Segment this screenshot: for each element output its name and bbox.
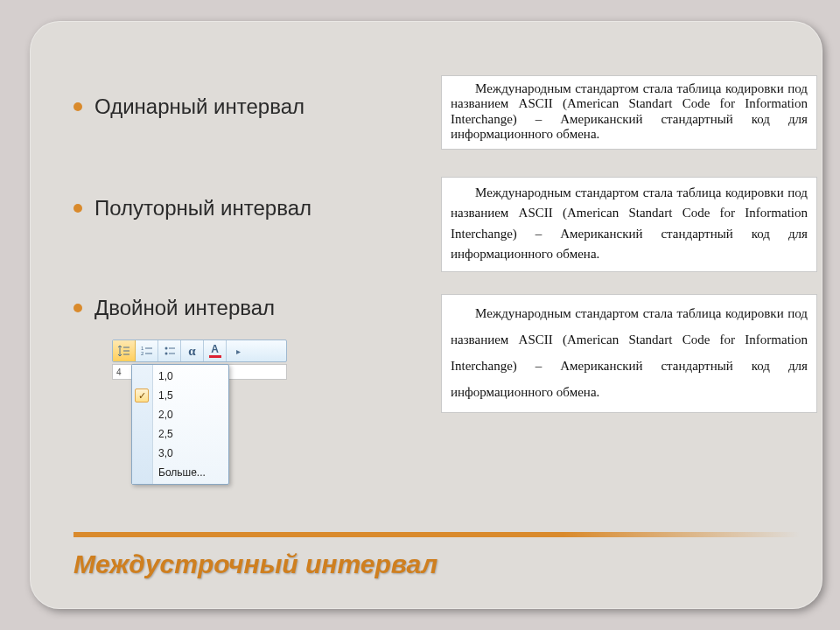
bulleted-list-icon bbox=[164, 345, 176, 357]
ruler-mark: 4 bbox=[116, 368, 122, 377]
sample-text: Международным стандартом стала таблица к… bbox=[451, 81, 808, 142]
check-icon: ✓ bbox=[135, 388, 149, 402]
svg-text:2: 2 bbox=[141, 351, 144, 356]
bulleted-list-button[interactable] bbox=[158, 340, 181, 361]
font-color-icon: A bbox=[211, 344, 219, 354]
bullet-double-spacing: Двойной интервал bbox=[74, 296, 275, 320]
bullet-dot-icon bbox=[74, 102, 82, 111]
bullet-dot-icon bbox=[74, 204, 82, 213]
slide: Одинарный интервал Полуторный интервал Д… bbox=[0, 0, 840, 630]
bullet-dot-icon bbox=[74, 304, 82, 312]
sample-text-single: Международным стандартом стала таблица к… bbox=[441, 75, 817, 150]
line-spacing-icon bbox=[118, 345, 130, 357]
bullet-single-spacing: Одинарный интервал bbox=[74, 94, 304, 119]
line-spacing-button[interactable] bbox=[113, 340, 136, 361]
line-spacing-option-2-5[interactable]: 2,5 bbox=[132, 424, 228, 444]
word-line-spacing-widget: 1 2 α bbox=[112, 340, 287, 380]
sample-text: Международным стандартом стала таблица к… bbox=[451, 183, 808, 264]
bullet-label: Полуторный интервал bbox=[94, 196, 312, 220]
option-label: 3,0 bbox=[158, 447, 173, 459]
numbered-list-button[interactable]: 1 2 bbox=[136, 340, 158, 361]
alpha-button[interactable]: α bbox=[181, 340, 204, 361]
svg-point-7 bbox=[164, 347, 167, 350]
font-color-button[interactable]: A bbox=[204, 340, 227, 361]
line-spacing-option-more[interactable]: Больше... bbox=[132, 463, 228, 482]
toolbar-overflow[interactable]: ▸ bbox=[227, 340, 249, 361]
alpha-icon: α bbox=[188, 344, 195, 359]
option-label: 1,5 bbox=[158, 389, 173, 402]
bullet-label: Одинарный интервал bbox=[94, 94, 304, 119]
line-spacing-option-2-0[interactable]: 2,0 bbox=[132, 405, 228, 424]
option-label: 2,0 bbox=[158, 409, 173, 421]
bullet-one-and-half-spacing: Полуторный интервал bbox=[74, 196, 312, 220]
slide-title: Междустрочный интервал bbox=[74, 550, 438, 579]
option-label: 2,5 bbox=[158, 428, 173, 440]
line-spacing-option-1-0[interactable]: 1,0 bbox=[132, 367, 228, 386]
sample-text-double: Международным стандартом стала таблица к… bbox=[441, 294, 817, 413]
chevron-right-icon: ▸ bbox=[236, 346, 241, 356]
font-color-swatch bbox=[209, 355, 221, 358]
svg-point-8 bbox=[164, 353, 167, 355]
option-label: 1,0 bbox=[158, 370, 173, 382]
line-spacing-dropdown: 1,0 ✓ 1,5 2,0 2,5 3,0 Больше... bbox=[131, 364, 229, 485]
numbered-list-icon: 1 2 bbox=[141, 345, 153, 357]
accent-rule-fade bbox=[564, 532, 800, 537]
panel: Одинарный интервал Полуторный интервал Д… bbox=[30, 21, 822, 609]
footer: Междустрочный интервал bbox=[74, 532, 800, 574]
bullet-label: Двойной интервал bbox=[94, 296, 275, 320]
sample-text: Международным стандартом стала таблица к… bbox=[451, 300, 808, 405]
line-spacing-option-1-5[interactable]: ✓ 1,5 bbox=[132, 386, 228, 405]
option-label: Больше... bbox=[158, 466, 206, 479]
sample-text-one-and-half: Международным стандартом стала таблица к… bbox=[441, 177, 817, 272]
paragraph-toolbar: 1 2 α bbox=[112, 340, 287, 362]
accent-rule bbox=[74, 532, 564, 537]
line-spacing-option-3-0[interactable]: 3,0 bbox=[132, 444, 228, 463]
